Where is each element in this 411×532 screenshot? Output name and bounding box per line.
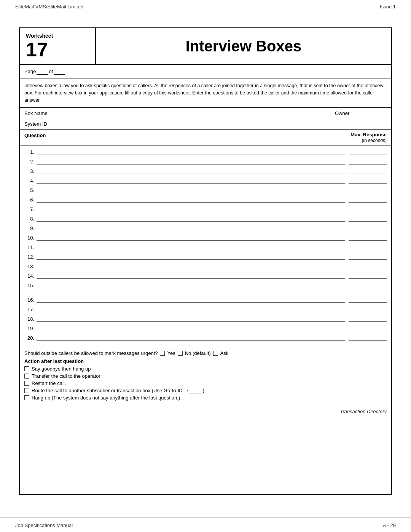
question-input-line[interactable]: [37, 216, 345, 222]
question-input-line[interactable]: [37, 168, 345, 174]
question-input-line[interactable]: [37, 254, 345, 260]
action-checkbox[interactable]: [24, 374, 29, 379]
question-input-line[interactable]: [37, 263, 345, 269]
question-input-line[interactable]: [37, 197, 345, 203]
questions-section-2: 16. 17. 18. 19. 20.: [20, 293, 391, 347]
question-response-line[interactable]: [349, 282, 387, 288]
question-response-line[interactable]: [349, 273, 387, 279]
question-line: 15.: [24, 281, 387, 289]
question-number: 11.: [24, 244, 37, 250]
question-header-row: Question Max. Response (in seconds): [20, 130, 391, 145]
action-item: Restart the call.: [24, 380, 387, 386]
header-right: Issue 1: [380, 4, 396, 10]
question-number: 4.: [24, 178, 37, 184]
footer-right: A - 29: [383, 522, 396, 528]
question-input-line[interactable]: [37, 335, 345, 341]
question-input-line[interactable]: [37, 273, 345, 279]
question-response-line[interactable]: [349, 206, 387, 212]
page-label: Page: [24, 69, 36, 74]
system-id-label: System ID: [24, 121, 47, 127]
question-input-line[interactable]: [37, 316, 345, 322]
page-wrapper: EliteMail VMS/EliteMail Limited Issue 1 …: [0, 0, 411, 532]
question-response-line[interactable]: [349, 325, 387, 331]
question-response-line[interactable]: [349, 197, 387, 203]
urgent-ask-label: Ask: [220, 350, 229, 356]
question-response-line[interactable]: [349, 225, 387, 231]
question-line: 4.: [24, 176, 387, 185]
question-response-line[interactable]: [349, 168, 387, 174]
action-item-label: Say goodbye then hang up: [32, 366, 91, 372]
action-item: Route the call to another subscriber or …: [24, 388, 387, 393]
question-response-line[interactable]: [349, 158, 387, 165]
question-input-line[interactable]: [37, 306, 345, 312]
action-checkbox[interactable]: [24, 395, 29, 400]
question-input-line[interactable]: [37, 325, 345, 331]
question-line: 5.: [24, 186, 387, 194]
question-input-line[interactable]: [37, 177, 345, 184]
question-line: 11.: [24, 243, 387, 251]
header-left: EliteMail VMS/EliteMail Limited: [15, 4, 83, 10]
question-input-line[interactable]: [37, 297, 345, 303]
page-blank-1: [37, 69, 48, 75]
question-line: 7.: [24, 205, 387, 213]
question-input-line[interactable]: [37, 149, 345, 155]
action-checkbox[interactable]: [24, 381, 29, 386]
checkbox-no[interactable]: [178, 351, 183, 356]
action-checkbox[interactable]: [24, 388, 29, 393]
question-line: 9.: [24, 224, 387, 232]
question-response-line[interactable]: [349, 177, 387, 184]
action-item-label: Restart the call.: [32, 380, 66, 386]
question-input-line[interactable]: [37, 187, 345, 193]
question-response-line[interactable]: [349, 216, 387, 222]
question-line: 8.: [24, 214, 387, 223]
question-line: 6.: [24, 195, 387, 204]
question-number: 15.: [24, 283, 37, 288]
question-response-line[interactable]: [349, 254, 387, 260]
action-item-label: Hang up (The system does not say anythin…: [32, 395, 180, 401]
question-number: 10.: [24, 235, 37, 241]
page-cell-small-2: [353, 65, 391, 78]
question-number: 19.: [24, 326, 37, 331]
worksheet-box: Worksheet 17 Interview Boxes Page of: [19, 27, 392, 495]
question-line: 10.: [24, 233, 387, 242]
question-response-line[interactable]: [349, 149, 387, 155]
checkbox-yes[interactable]: [160, 351, 165, 356]
action-checkbox[interactable]: [24, 366, 29, 371]
action-item-label: Route the call to another subscriber or …: [32, 388, 204, 393]
question-input-line[interactable]: [37, 206, 345, 212]
checkbox-ask[interactable]: [213, 351, 218, 356]
question-number: 7.: [24, 206, 37, 212]
question-number: 2.: [24, 159, 37, 165]
owner-label: Owner: [335, 110, 349, 116]
action-items-container: Say goodbye then hang up Transfer the ca…: [24, 366, 387, 401]
question-response-line[interactable]: [349, 335, 387, 341]
question-response-line[interactable]: [349, 244, 387, 250]
question-input-line[interactable]: [37, 158, 345, 165]
question-number: 20.: [24, 335, 37, 341]
question-line: 16.: [24, 296, 387, 304]
worksheet-number-cell: Worksheet 17: [20, 28, 96, 64]
urgent-no-label: No (default): [185, 350, 211, 356]
question-line: 18.: [24, 315, 387, 323]
question-response-line[interactable]: [349, 235, 387, 241]
question-input-line[interactable]: [37, 244, 345, 250]
question-line: 19.: [24, 324, 387, 332]
owner-cell: Owner: [330, 108, 391, 119]
question-line: 2.: [24, 157, 387, 166]
questions-section-1: 1. 2. 3. 4. 5. 6. 7. 8.: [20, 145, 391, 293]
question-input-line[interactable]: [37, 225, 345, 231]
question-input-line[interactable]: [37, 235, 345, 241]
question-number: 8.: [24, 216, 37, 222]
page-cell-main: Page of: [20, 65, 315, 78]
question-response-line[interactable]: [349, 263, 387, 269]
question-response-line[interactable]: [349, 316, 387, 322]
urgent-yes-label: Yes: [167, 350, 175, 356]
question-response-line[interactable]: [349, 297, 387, 303]
question-line: 14.: [24, 272, 387, 280]
question-input-line[interactable]: [37, 282, 345, 288]
page-cell-small-1: [315, 65, 353, 78]
description-row: Interview boxes allow you to ask specifi…: [20, 78, 391, 108]
question-response-line[interactable]: [349, 187, 387, 193]
urgent-row: Should outside callers be allowed to mar…: [24, 350, 387, 356]
question-response-line[interactable]: [349, 306, 387, 312]
